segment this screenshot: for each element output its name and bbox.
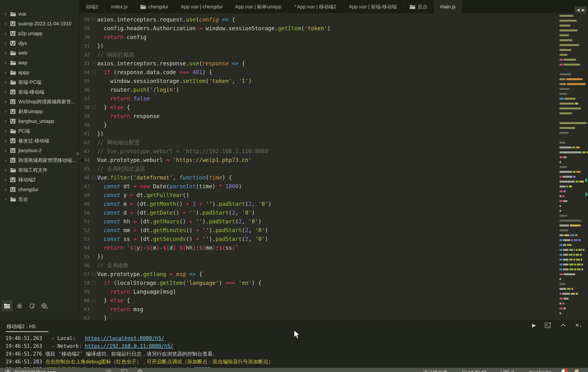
code-line[interactable]: 34 if (response.data.code === 401) { xyxy=(80,68,559,77)
chevron-right-icon[interactable]: › xyxy=(5,60,10,65)
line-number[interactable]: 52 xyxy=(80,227,90,233)
chevron-right-icon[interactable]: › xyxy=(5,70,10,75)
close-panel-icon[interactable]: ✕↓ xyxy=(575,323,582,328)
fold-toggle-icon[interactable] xyxy=(90,59,97,68)
collapse-panel-icon[interactable] xyxy=(560,323,566,327)
sidebar-item[interactable]: ›前端-移动端 xyxy=(0,87,79,97)
line-number[interactable]: 53 xyxy=(80,236,90,242)
fold-toggle-icon[interactable] xyxy=(90,103,97,112)
tab-scroll-right-icon[interactable]: ▶ xyxy=(582,8,585,12)
code-line[interactable]: 52 const mm = (dt.getMinutes() + '').pad… xyxy=(80,226,559,235)
run-icon[interactable]: ▶ xyxy=(532,323,536,328)
code-line[interactable]: 46Vue.filter('dateformat', function(time… xyxy=(80,173,559,182)
debug-tool-icon[interactable] xyxy=(14,300,25,311)
log-link[interactable]: https://192.168.0.11:8080/h5/ xyxy=(85,343,173,349)
sidebar-item[interactable]: ›lianghua_uniapp xyxy=(0,116,79,126)
sidebar-item[interactable]: ›chengdui xyxy=(0,185,79,194)
chevron-right-icon[interactable]: › xyxy=(5,138,10,143)
chevron-right-icon[interactable]: › xyxy=(5,128,10,133)
line-number[interactable]: 32 xyxy=(80,52,90,58)
line-number[interactable]: 36 xyxy=(80,87,90,93)
code-line[interactable]: 61 return msg xyxy=(80,305,559,314)
line-number[interactable]: 34 xyxy=(80,69,90,75)
files-tool-icon[interactable] xyxy=(1,300,12,311)
account-area[interactable]: 30760300@qq.com xyxy=(5,369,56,372)
tab-main.js[interactable]: main.js xyxy=(434,0,462,13)
sidebar-item[interactable]: ›web xyxy=(0,48,79,58)
code-line[interactable]: 49 const m = (dt.getMonth() + 1 + '').pa… xyxy=(80,200,559,208)
record-indicator-icon[interactable] xyxy=(561,369,567,372)
chevron-right-icon[interactable]: › xyxy=(5,167,10,172)
tab-scroll-left-icon[interactable]: ◀ xyxy=(577,8,580,12)
line-number[interactable]: 60 xyxy=(80,298,90,303)
line-number[interactable]: 56 xyxy=(80,263,90,268)
terminal-icon[interactable] xyxy=(121,369,127,372)
sidebar-item[interactable]: ›jiaoyisuo-2 xyxy=(0,146,79,155)
line-number[interactable]: 30 xyxy=(80,34,90,40)
code-line[interactable]: 56// 全局函数 xyxy=(80,261,559,270)
code-line[interactable]: 51 const hh = (dt.getHours() + '').padSt… xyxy=(80,217,559,226)
new-terminal-icon[interactable] xyxy=(545,322,552,328)
chevron-right-icon[interactable]: › xyxy=(5,177,10,182)
line-number[interactable]: 35 xyxy=(80,78,90,84)
sidebar-item[interactable]: ›刷单uinapp xyxy=(0,106,79,116)
code-line[interactable]: 43// Vue.prototype.weburl = 'http://192.… xyxy=(80,147,559,156)
tab--App.vue-移动端2[interactable]: * App.vue | 移动端2 xyxy=(288,0,343,13)
statusbar-item[interactable]: UTF-8 xyxy=(500,370,514,372)
line-number[interactable]: 51 xyxy=(80,219,90,224)
sync-tool-icon[interactable] xyxy=(27,300,37,311)
code-line[interactable]: 57Vue.prototype.getlang = msg => { xyxy=(80,270,559,278)
tab-chengdui[interactable]: chengdui xyxy=(134,0,175,13)
line-number[interactable]: 40 xyxy=(80,122,90,128)
tab-动端2[interactable]: 动端2 xyxy=(80,0,105,13)
sidebar-collapse-icon[interactable]: ‹ xyxy=(77,150,79,157)
code-line[interactable]: 35 window.sessionStorage.setItem('token'… xyxy=(80,77,559,85)
line-number[interactable]: 39 xyxy=(80,113,90,119)
code-line[interactable]: 31}) xyxy=(80,42,559,50)
line-number[interactable]: 28 xyxy=(80,17,90,22)
code-line[interactable]: ◀44Vue.prototype.weburl = 'https://weip1… xyxy=(80,156,559,164)
sidebar-item[interactable]: ›后台 xyxy=(0,194,79,204)
notification-bell-icon[interactable] xyxy=(575,369,579,372)
globe-icon[interactable] xyxy=(137,369,143,372)
line-number[interactable]: 58 xyxy=(80,280,90,286)
code-line[interactable]: 38 } else { xyxy=(80,103,559,112)
sidebar-item[interactable]: ›前端-PC端 xyxy=(0,77,79,87)
code-line[interactable]: 48 const y = dt.getFullYear() xyxy=(80,191,559,200)
chevron-right-icon[interactable]: › xyxy=(5,80,10,85)
line-number[interactable]: 29 xyxy=(80,26,90,31)
code-line[interactable]: 36 router.push('/login') xyxy=(80,85,559,94)
line-number[interactable]: 31 xyxy=(80,43,90,49)
code-line[interactable]: 41}) xyxy=(80,129,559,138)
code-line[interactable]: 39 return response xyxy=(80,112,559,121)
tab-App.vue-前端-移动端[interactable]: App.vue | 前端-移动端 xyxy=(343,0,403,13)
code-line[interactable]: 30 return config xyxy=(80,33,559,42)
line-number[interactable]: 43 xyxy=(80,149,90,154)
sidebar-item[interactable]: ›appp xyxy=(0,67,79,77)
line-number[interactable]: 57 xyxy=(80,271,90,277)
code-line[interactable]: 37 return false xyxy=(80,94,559,103)
code-line[interactable]: 53 const ss = (dt.getSeconds() + '').pad… xyxy=(80,235,559,244)
chevron-right-icon[interactable]: › xyxy=(5,89,10,95)
code-line[interactable]: 45// 全局时间过滤器 xyxy=(80,164,559,173)
line-number[interactable]: 37 xyxy=(80,96,90,101)
fold-toggle-icon[interactable] xyxy=(90,173,97,182)
line-number[interactable]: 45 xyxy=(80,166,90,172)
sidebar-item[interactable]: ›移动端2 xyxy=(0,175,79,185)
chevron-right-icon[interactable]: › xyxy=(5,187,10,192)
fold-toggle-icon[interactable] xyxy=(90,270,97,278)
console-tab[interactable]: 移动端2 - H5 xyxy=(7,323,36,330)
tab-App.vue-刷单uinapp[interactable]: App.vue | 刷单uinapp xyxy=(229,0,288,13)
line-number[interactable]: 55 xyxy=(80,254,90,259)
statusbar-item[interactable]: 行:44 列:47 xyxy=(462,369,486,372)
code-line[interactable]: 28axios.interceptors.request.use(config … xyxy=(80,15,559,24)
web-tool-icon[interactable] xyxy=(39,300,50,311)
code-line[interactable]: 54 return `${y}-${m}-${d} ${hh}:${mm}:${… xyxy=(80,244,559,252)
line-number[interactable]: 33 xyxy=(80,61,90,66)
chevron-right-icon[interactable]: › xyxy=(5,119,10,124)
line-number[interactable]: 47 xyxy=(80,184,90,189)
fold-toggle-icon[interactable] xyxy=(90,68,97,77)
code-line[interactable]: 47 const dt = new Date(parseInt(time) * … xyxy=(80,182,559,191)
code-line[interactable]: 62 } xyxy=(80,314,559,320)
chevron-right-icon[interactable]: › xyxy=(5,21,10,26)
